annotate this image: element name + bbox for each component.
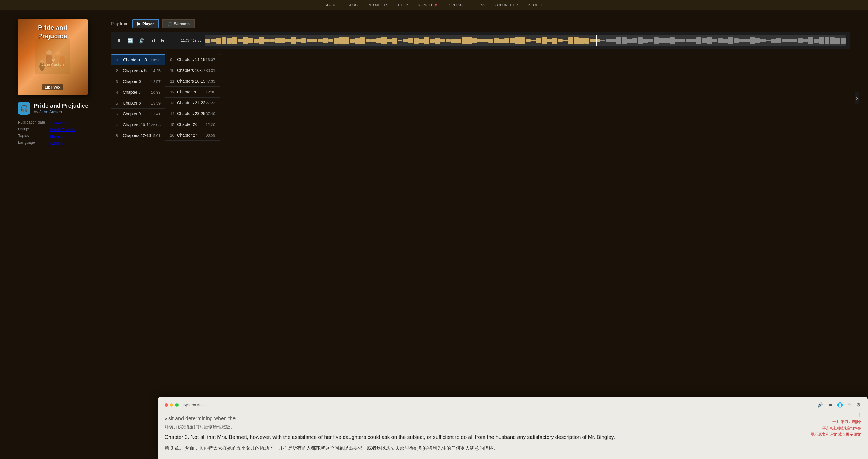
more-options-button[interactable]: ⋮: [170, 37, 178, 45]
track-name: Chapters 23-25: [177, 111, 206, 116]
track-duration: 37:49: [206, 112, 215, 116]
track-duration: 27:23: [206, 101, 215, 105]
track-name: Chapter 7: [123, 90, 151, 95]
nav-contact[interactable]: CONTACT: [446, 3, 465, 7]
track-item[interactable]: 9 Chapters 14-15 16:37: [165, 54, 220, 65]
track-item[interactable]: 11 Chapters 18-19 47:33: [165, 76, 220, 87]
track-item[interactable]: 6 Chapter 9 11:41: [111, 109, 165, 119]
settings-icon-button[interactable]: ⚙: [856, 401, 861, 408]
star-icon-button[interactable]: ☆: [847, 401, 852, 408]
track-item[interactable]: 12 Chapter 20 12:30: [165, 87, 220, 97]
overlay-titlebar: System Audio 🔊 ⏺ 🌐 ☆ ⚙ ↑ 开启录制和翻译 再次点击则结束…: [165, 401, 861, 410]
topics-label: Topics: [18, 133, 50, 140]
track-name: Chapters 10-11: [123, 122, 151, 127]
pause-button[interactable]: ⏸: [116, 37, 123, 44]
player-button[interactable]: ▶ Player: [132, 19, 159, 28]
track-name: Chapters 18-19: [177, 79, 206, 84]
overlay-title: System Audio: [183, 403, 207, 407]
nav-projects[interactable]: PROJECTS: [368, 3, 389, 7]
usage-value[interactable]: Public Domain: [51, 128, 75, 132]
book-info-text: Pride and Prejudice by Jane Austen: [34, 102, 88, 115]
waveform-playhead: [596, 35, 596, 47]
nav-volunteer[interactable]: VOLUNTEER: [494, 3, 518, 7]
nav-donate[interactable]: DONATE ♥: [417, 3, 437, 7]
track-name: Chapters 12-13: [123, 133, 151, 138]
language-value[interactable]: English: [51, 141, 63, 145]
track-name: Chapter 8: [123, 101, 151, 105]
audio-waveform[interactable]: [205, 35, 846, 47]
hint-right-label: 展示原文和译文 或仅展示原文: [810, 432, 861, 437]
traffic-lights: [165, 403, 179, 407]
player-btn-icon: ▶: [137, 21, 141, 26]
cover-author: Jane Austen: [41, 62, 64, 67]
nav-about[interactable]: ABOUT: [324, 3, 338, 7]
track-item[interactable]: 13 Chapters 21-22 27:23: [165, 97, 220, 108]
book-icon: 🎧: [18, 102, 30, 115]
book-by-label: by: [34, 110, 38, 114]
translate-icon-button[interactable]: 🌐: [836, 401, 843, 408]
waveform-bars: [205, 35, 846, 47]
track-name: Chapter 27: [177, 133, 206, 137]
next-page-button[interactable]: ›: [855, 92, 859, 103]
track-number: 12: [170, 90, 177, 94]
track-item[interactable]: 10 Chapters 16-17 30:31: [165, 65, 220, 76]
book-full-title: Pride and Prejudice: [34, 102, 88, 109]
close-window-button[interactable]: [165, 403, 168, 407]
track-duration: 12:57: [151, 80, 161, 84]
volume-button[interactable]: 🔊: [138, 37, 146, 45]
track-duration: 12:20: [206, 122, 215, 127]
track-number: 15: [170, 122, 177, 127]
track-column-right: 9 Chapters 14-15 16:37 10 Chapters 16-17…: [165, 54, 220, 141]
track-name: Chapter 9: [123, 112, 151, 116]
track-number: 6: [116, 112, 123, 116]
nav-help[interactable]: HELP: [398, 3, 408, 7]
overlay-faded-english: visit and determining when the: [165, 414, 861, 423]
track-number: 11: [170, 79, 177, 84]
pub-date-value[interactable]: 2006-03-13: [51, 121, 70, 125]
track-item[interactable]: 1 Chapters 1-3 18:53: [111, 54, 165, 65]
track-item[interactable]: 16 Chapter 27 06:59: [165, 130, 220, 141]
usage-label: Usage: [18, 127, 50, 133]
track-number: 16: [170, 133, 177, 137]
track-item[interactable]: 14 Chapters 23-25 37:49: [165, 108, 220, 119]
player-btn-label: Player: [143, 22, 154, 26]
track-duration: 15:01: [151, 133, 161, 138]
track-name: Chapters 1-3: [123, 58, 151, 62]
nav-jobs[interactable]: JOBS: [474, 3, 485, 7]
track-list-container: 1 Chapters 1-3 18:53 2 Chapters 4-5 14:2…: [111, 54, 850, 141]
track-number: 1: [116, 58, 123, 62]
pub-date-label: Publication date: [18, 120, 50, 126]
audio-icon-button[interactable]: 🔊: [817, 401, 824, 408]
nav-blog[interactable]: BLOG: [347, 3, 358, 7]
main-content: Pride andPrejudice By Jane Austen LibriV…: [0, 10, 868, 156]
track-number: 14: [170, 112, 177, 116]
replay-button[interactable]: 🔄: [126, 37, 134, 45]
cover-title: Pride andPrejudice: [38, 24, 67, 40]
cover-by: By: [41, 58, 64, 62]
topics-value[interactable]: librivox, audio: [51, 134, 74, 139]
overlay-chinese-text: 第 3 章。 然而，贝内特太太在她的五个女儿的协助下，并不是所有的人都能就这个问…: [165, 444, 861, 452]
overlay-faded-chinese: 拜访并确定他们何时应该请他吃饭。: [165, 423, 861, 431]
track-duration: 11:41: [151, 112, 161, 116]
track-item[interactable]: 7 Chapters 10-11 26:03: [111, 119, 165, 130]
prev-track-button[interactable]: ⏮: [149, 37, 156, 44]
next-track-button[interactable]: ⏭: [160, 37, 167, 44]
book-info: 🎧 Pride and Prejudice by Jane Austen: [18, 102, 88, 115]
track-item[interactable]: 4 Chapter 7 10:38: [111, 87, 165, 98]
track-duration: 12:30: [206, 90, 215, 94]
overlay-icons: 🔊 ⏺ 🌐 ☆ ⚙: [817, 401, 861, 408]
track-item[interactable]: 5 Chapter 8 13:39: [111, 98, 165, 109]
track-duration: 10:38: [151, 90, 161, 95]
track-name: Chapter 6: [123, 79, 151, 84]
track-item[interactable]: 8 Chapters 12-13 15:01: [111, 130, 165, 141]
author-link[interactable]: Jane Austen: [39, 110, 62, 114]
webamp-button[interactable]: 🎵 Webamp: [162, 19, 195, 28]
maximize-window-button[interactable]: [175, 403, 179, 407]
metadata-table: Publication date 2006-03-13 Usage Public…: [18, 119, 75, 147]
track-item[interactable]: 15 Chapter 26 12:20: [165, 119, 220, 130]
nav-people[interactable]: PEOPLE: [528, 3, 544, 7]
minimize-window-button[interactable]: [170, 403, 174, 407]
track-item[interactable]: 2 Chapters 4-5 14:25: [111, 65, 165, 76]
record-icon-button[interactable]: ⏺: [827, 402, 833, 408]
track-item[interactable]: 3 Chapter 6 12:57: [111, 76, 165, 87]
